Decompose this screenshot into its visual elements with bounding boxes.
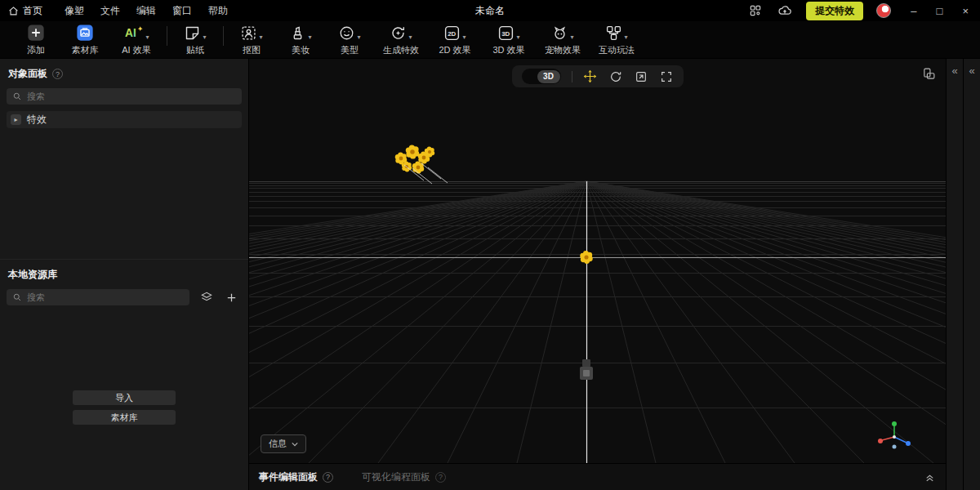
- layers-icon: [200, 291, 213, 304]
- home-label: 首页: [23, 4, 42, 18]
- menu-edit[interactable]: 编辑: [129, 2, 163, 20]
- viewport-toolbar: 3D: [512, 65, 684, 87]
- viewport-3d[interactable]: 3D 信息: [249, 59, 946, 463]
- collapsed-panel-2[interactable]: «: [963, 59, 980, 490]
- menu-help[interactable]: 帮助: [201, 2, 235, 20]
- visual-programming-panel-label: 可视化编程面板: [362, 470, 430, 484]
- local-library-search-row: [0, 289, 238, 305]
- chevron-down-icon: [292, 442, 298, 447]
- svg-text:2D: 2D: [448, 30, 457, 38]
- chevron-down-icon: ▾: [624, 34, 627, 42]
- chevron-down-icon: ▾: [408, 34, 412, 42]
- titlebar-actions: 提交特效 – □ ×: [747, 2, 980, 20]
- toolbar-item-face-reshape[interactable]: ▾ 美型: [325, 23, 374, 56]
- resource-search-input[interactable]: [27, 292, 184, 302]
- app-window: 首页 像塑 文件 编辑 窗口 帮助 未命名 提交特效 – □ ×: [0, 0, 980, 490]
- toolbar-item-label: 宠物效果: [545, 44, 581, 56]
- collapse-left-icon[interactable]: «: [951, 65, 957, 490]
- local-library-header: 本地资源库: [0, 260, 248, 289]
- toolbar-divider: [167, 26, 167, 46]
- close-button[interactable]: ×: [962, 6, 969, 16]
- makeup-icon: [289, 24, 306, 42]
- chevron-down-icon: ▾: [516, 34, 519, 42]
- chevron-right-icon[interactable]: ▸: [11, 114, 21, 125]
- scale-tool-icon: [635, 70, 648, 83]
- ai-effects-icon: AI: [123, 24, 144, 42]
- chevron-down-icon: ▾: [462, 34, 466, 42]
- toolbar-item-label: 互动玩法: [599, 44, 635, 56]
- menu-window[interactable]: 窗口: [165, 2, 199, 20]
- local-library-section: 本地资源库: [0, 259, 248, 305]
- visual-programming-panel-tab[interactable]: 可视化编程面板 ?: [362, 470, 446, 484]
- chevron-down-icon: ▾: [259, 34, 262, 42]
- material-library-button[interactable]: 素材库: [73, 410, 176, 425]
- info-button-label: 信息: [269, 438, 287, 450]
- rotate-tool-icon: [609, 70, 622, 83]
- menu-file[interactable]: 文件: [93, 2, 127, 20]
- info-button[interactable]: 信息: [261, 434, 306, 453]
- collapse-up-button[interactable]: [924, 471, 936, 483]
- toolbar-item-label: 美型: [341, 44, 359, 56]
- chevron-down-icon: ▾: [570, 34, 573, 42]
- avatar[interactable]: [876, 3, 891, 18]
- rotate-screen-icon: [922, 67, 936, 81]
- collapse-left-icon[interactable]: «: [969, 65, 974, 490]
- toolbar-item-interactive-play[interactable]: ▾ 互动玩法: [590, 23, 644, 56]
- collapsed-panel-1[interactable]: «: [946, 59, 963, 490]
- object-panel-header: 对象面板 ?: [0, 59, 248, 88]
- import-button[interactable]: 导入: [73, 390, 176, 405]
- scale-tool-button[interactable]: [634, 69, 648, 84]
- toolbar-item-ai-effects[interactable]: AI ▾ AI 效果: [109, 23, 163, 56]
- help-icon[interactable]: ?: [323, 472, 333, 483]
- object-search-input[interactable]: [27, 91, 236, 101]
- rotate-tool-button[interactable]: [608, 69, 623, 84]
- fit-view-icon: [660, 70, 673, 83]
- chevron-down-icon: ▾: [145, 34, 149, 42]
- toolbar-item-label: 素材库: [72, 44, 99, 56]
- submit-effect-button[interactable]: 提交特效: [806, 2, 863, 20]
- left-sidebar: 对象面板 ? ▸ 特效 本地资源库: [0, 59, 249, 490]
- add-resource-button[interactable]: [224, 290, 238, 305]
- toolbar-item-pet-effect[interactable]: ▾ 宠物效果: [536, 23, 590, 56]
- home-icon: [8, 6, 19, 16]
- maximize-button[interactable]: □: [937, 6, 943, 16]
- toolbar-item-sticker[interactable]: ▾ 贴纸: [171, 23, 220, 56]
- titlebar-menus: 首页 像塑 文件 编辑 窗口 帮助: [0, 2, 235, 20]
- mode-toggle-3d[interactable]: 3D: [522, 69, 561, 84]
- bottom-bar: 事件编辑面板 ? 可视化编程面板 ?: [249, 463, 946, 490]
- help-icon[interactable]: ?: [435, 472, 446, 483]
- material-library-icon: [76, 24, 94, 42]
- layers-sort-button[interactable]: [199, 290, 214, 305]
- menu-xiangsu[interactable]: 像塑: [57, 2, 91, 20]
- viewport-toolbar-divider: [572, 71, 572, 82]
- face-reshape-icon: [338, 24, 355, 42]
- object-search-box: [7, 88, 242, 105]
- toolbar-item-label: 生成特效: [383, 44, 419, 56]
- toolbar-item-matting[interactable]: ▾ 抠图: [227, 23, 276, 56]
- tree-item-effect[interactable]: ▸ 特效: [7, 111, 242, 128]
- toolbar-item-material-library[interactable]: 素材库: [60, 23, 109, 56]
- toolbar-item-label: 2D 效果: [439, 44, 470, 56]
- help-icon[interactable]: ?: [52, 69, 63, 79]
- rotate-screen-button[interactable]: [922, 67, 936, 84]
- home-button[interactable]: 首页: [8, 4, 42, 18]
- toolbar-item-makeup[interactable]: ▾ 美妆: [276, 23, 325, 56]
- minimize-button[interactable]: –: [911, 6, 916, 16]
- tree-item-label: 特效: [27, 113, 47, 127]
- move-tool-button[interactable]: [583, 69, 598, 84]
- toolbar-item-2d-effect[interactable]: 2D ▾ 2D 效果: [428, 23, 482, 56]
- fit-view-button[interactable]: [659, 69, 674, 84]
- toolbar-item-add[interactable]: 添加: [11, 23, 60, 56]
- upload-cloud-icon: [777, 3, 792, 18]
- event-panel-tab[interactable]: 事件编辑面板 ?: [259, 470, 333, 484]
- pet-effect-icon: [551, 24, 568, 42]
- svg-text:AI: AI: [125, 27, 136, 39]
- toolbar-item-3d-effect[interactable]: 3D ▾ 3D 效果: [482, 23, 536, 56]
- plus-icon: [225, 292, 238, 304]
- apps-grid-button[interactable]: [747, 2, 764, 19]
- toolbar-item-label: 贴纸: [186, 44, 204, 56]
- toolbar-item-generate-effect[interactable]: ▾ 生成特效: [374, 23, 428, 56]
- window-controls: – □ ×: [911, 6, 969, 16]
- upload-button[interactable]: [777, 2, 793, 19]
- titlebar: 首页 像塑 文件 编辑 窗口 帮助 未命名 提交特效 – □ ×: [0, 0, 980, 21]
